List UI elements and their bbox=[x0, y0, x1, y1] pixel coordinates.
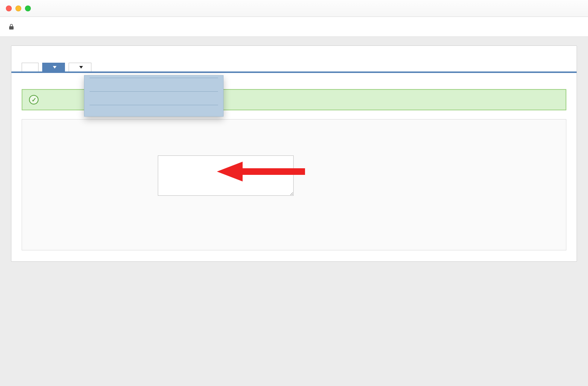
titlebar bbox=[0, 0, 588, 17]
tab-settings[interactable] bbox=[69, 63, 91, 71]
tab-mail[interactable] bbox=[42, 63, 65, 71]
dropdown-header-mailsettings bbox=[84, 107, 223, 116]
tab-admin[interactable] bbox=[22, 63, 39, 71]
fullscreen-window-button[interactable] bbox=[25, 5, 31, 11]
dropdown-separator bbox=[90, 105, 218, 105]
panel-header bbox=[11, 46, 577, 58]
dropdown-separator bbox=[90, 78, 218, 78]
caret-down-icon bbox=[79, 66, 83, 69]
form-label-target bbox=[37, 130, 158, 144]
forward-textarea[interactable] bbox=[158, 155, 294, 196]
minimize-window-button[interactable] bbox=[15, 5, 21, 11]
dropdown-header-maillist bbox=[84, 80, 223, 89]
dropdown-header-webmail bbox=[84, 94, 223, 103]
check-icon bbox=[29, 95, 39, 104]
address-bar[interactable] bbox=[0, 17, 588, 37]
close-window-button[interactable] bbox=[6, 5, 12, 11]
mail-dropdown bbox=[84, 75, 224, 117]
form-box bbox=[22, 119, 566, 250]
form-row-forward bbox=[37, 152, 551, 197]
caret-down-icon bbox=[53, 66, 57, 69]
main-panel bbox=[11, 45, 577, 262]
form-row-target bbox=[37, 130, 551, 144]
dropdown-separator bbox=[90, 91, 218, 92]
content-area bbox=[0, 37, 588, 386]
app-window bbox=[0, 0, 588, 386]
form-label-forward bbox=[37, 152, 158, 197]
lock-icon bbox=[8, 23, 15, 31]
form-field-forward bbox=[158, 152, 294, 197]
tabbar bbox=[11, 58, 577, 73]
traffic-lights bbox=[6, 5, 31, 11]
